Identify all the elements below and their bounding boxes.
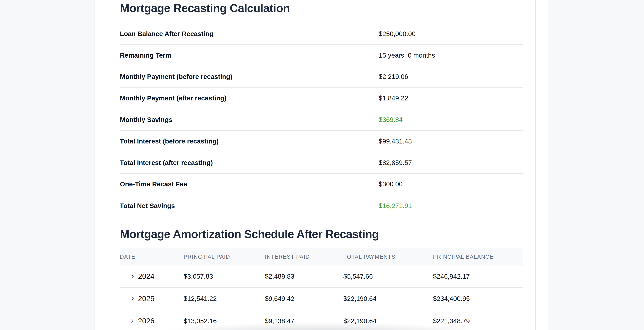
summary-row-value: $99,431.48 bbox=[379, 138, 523, 145]
summary-row-value: $369.84 bbox=[379, 116, 523, 124]
main-content-panel: Mortgage Recasting Calculation Loan Bala… bbox=[94, 0, 548, 330]
summary-row: Total Net Savings $16,271.91 bbox=[120, 195, 523, 216]
summary-row-value: $300.00 bbox=[379, 180, 523, 188]
chevron-right-icon[interactable] bbox=[129, 273, 136, 280]
total-payments-value: $22,190.64 bbox=[343, 317, 433, 325]
principal-paid-value: $3,057.83 bbox=[184, 273, 265, 280]
year-label: 2025 bbox=[138, 295, 154, 303]
amortization-year-row[interactable]: 2026 $13,052.16 $9,138.47 $22,190.64 $22… bbox=[120, 310, 523, 330]
principal-paid-value: $12,541.22 bbox=[184, 295, 265, 303]
summary-row-label: Monthly Payment (before recasting) bbox=[120, 73, 379, 80]
principal-paid-value: $13,052.16 bbox=[184, 317, 265, 325]
principal-balance-value: $234,400.95 bbox=[433, 295, 523, 303]
summary-row: Monthly Payment (after recasting) $1,849… bbox=[120, 88, 523, 109]
summary-row: Total Interest (after recasting) $82,859… bbox=[120, 152, 523, 174]
chevron-right-icon[interactable] bbox=[129, 318, 136, 324]
summary-row-value: $250,000.00 bbox=[379, 30, 523, 38]
summary-row: Total Interest (before recasting) $99,43… bbox=[120, 131, 523, 152]
summary-row-label: Total Net Savings bbox=[120, 202, 379, 209]
recasting-calculation-title: Mortgage Recasting Calculation bbox=[120, 1, 523, 15]
summary-row-label: Loan Balance After Recasting bbox=[120, 30, 379, 38]
principal-balance-value: $221,348.79 bbox=[433, 317, 523, 325]
recasting-summary-list: Loan Balance After Recasting $250,000.00… bbox=[120, 23, 523, 216]
summary-row-label: Monthly Payment (after recasting) bbox=[120, 94, 379, 102]
column-header: DATE bbox=[120, 254, 184, 260]
summary-row: One-Time Recast Fee $300.00 bbox=[120, 174, 523, 195]
summary-row-label: Total Interest (before recasting) bbox=[120, 138, 379, 145]
column-header: PRINCIPAL PAID bbox=[184, 254, 265, 260]
interest-paid-value: $9,138.47 bbox=[265, 317, 343, 325]
amortization-table-header: DATE PRINCIPAL PAID INTEREST PAID TOTAL … bbox=[120, 248, 523, 265]
total-payments-value: $5,547.66 bbox=[343, 273, 433, 280]
column-header: PRINCIPAL BALANCE bbox=[433, 254, 523, 260]
principal-balance-value: $246,942.17 bbox=[433, 273, 523, 280]
summary-row-label: Remaining Term bbox=[120, 51, 379, 59]
amortization-year-row[interactable]: 2025 $12,541.22 $9,649.42 $22,190.64 $23… bbox=[120, 288, 523, 310]
summary-row-value: 15 years, 0 months bbox=[379, 51, 523, 59]
summary-row-value: $2,219.06 bbox=[379, 73, 523, 80]
interest-paid-value: $2,489.83 bbox=[265, 273, 343, 280]
summary-row-label: Monthly Savings bbox=[120, 116, 379, 124]
amortization-year-row[interactable]: 2024 $3,057.83 $2,489.83 $5,547.66 $246,… bbox=[120, 265, 523, 288]
summary-row: Monthly Savings $369.84 bbox=[120, 109, 523, 131]
interest-paid-value: $9,649.42 bbox=[265, 295, 343, 303]
date-cell: 2024 bbox=[120, 272, 184, 281]
date-cell: 2025 bbox=[120, 295, 184, 303]
total-payments-value: $22,190.64 bbox=[343, 295, 433, 303]
amortization-schedule-title: Mortgage Amortization Schedule After Rec… bbox=[120, 227, 523, 241]
column-header: TOTAL PAYMENTS bbox=[343, 254, 433, 260]
summary-row-label: Total Interest (after recasting) bbox=[120, 159, 379, 166]
amortization-table-body: 2024 $3,057.83 $2,489.83 $5,547.66 $246,… bbox=[120, 265, 523, 330]
mortgage-results-card: Mortgage Recasting Calculation Loan Bala… bbox=[107, 0, 536, 330]
year-label: 2026 bbox=[138, 317, 154, 325]
summary-row-label: One-Time Recast Fee bbox=[120, 180, 379, 188]
column-header: INTEREST PAID bbox=[265, 254, 343, 260]
chevron-right-icon[interactable] bbox=[129, 296, 136, 302]
amortization-table: DATE PRINCIPAL PAID INTEREST PAID TOTAL … bbox=[120, 248, 523, 330]
summary-row-value: $82,859.57 bbox=[379, 159, 523, 166]
summary-row: Monthly Payment (before recasting) $2,21… bbox=[120, 66, 523, 88]
summary-row: Loan Balance After Recasting $250,000.00 bbox=[120, 23, 523, 45]
date-cell: 2026 bbox=[120, 317, 184, 325]
year-label: 2024 bbox=[138, 272, 154, 281]
summary-row: Remaining Term 15 years, 0 months bbox=[120, 45, 523, 66]
summary-row-value: $1,849.22 bbox=[379, 94, 523, 102]
summary-row-value: $16,271.91 bbox=[379, 202, 523, 209]
